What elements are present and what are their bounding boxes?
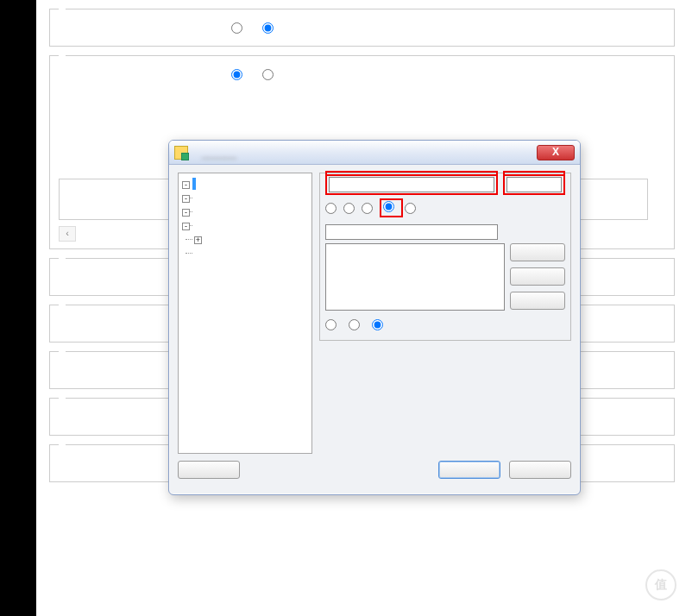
close-button[interactable]: X (537, 145, 575, 160)
save-button[interactable] (510, 267, 565, 286)
exit-never-option[interactable] (349, 319, 362, 333)
sessions-list[interactable] (325, 243, 505, 311)
expand-icon[interactable]: - (182, 209, 190, 217)
snmp-disable-option[interactable] (262, 22, 278, 34)
host-input-highlight (325, 174, 498, 195)
tree-session[interactable] (192, 178, 196, 190)
load-button[interactable] (510, 243, 565, 261)
expand-icon[interactable]: + (194, 236, 202, 244)
watermark-icon: 值 (645, 569, 676, 600)
scroll-left-button[interactable]: ‹ (59, 226, 76, 242)
sshd-disable-option[interactable] (262, 69, 278, 80)
putty-title-extra: ______ (202, 147, 236, 159)
exit-always-option[interactable] (325, 319, 338, 333)
putty-config-dialog: ______ X - - - (168, 140, 581, 495)
putty-icon (174, 146, 188, 160)
expand-icon[interactable]: - (182, 195, 190, 203)
conn-serial-option[interactable] (405, 203, 418, 214)
expand-icon[interactable]: - (182, 223, 190, 230)
expand-icon[interactable]: - (182, 181, 190, 189)
snmp-enable-option[interactable] (231, 22, 247, 34)
category-tree[interactable]: - - - (178, 173, 312, 454)
snmp-section (49, 9, 675, 47)
host-input[interactable] (329, 177, 494, 192)
putty-titlebar[interactable]: ______ X (169, 141, 580, 165)
conn-rlogin-option[interactable] (362, 203, 374, 214)
session-panel (319, 173, 571, 454)
conn-ssh-option[interactable] (383, 201, 396, 212)
conn-raw-option[interactable] (325, 203, 338, 214)
session-name-input[interactable] (325, 224, 498, 240)
open-button[interactable] (438, 461, 500, 479)
left-margin (0, 0, 36, 616)
conn-telnet-option[interactable] (343, 203, 356, 214)
watermark: 值 (645, 569, 682, 600)
delete-button[interactable] (510, 292, 565, 310)
port-input[interactable] (506, 177, 562, 192)
about-button[interactable] (178, 461, 240, 479)
cancel-button[interactable] (509, 461, 571, 479)
conn-ssh-highlight (380, 198, 403, 217)
port-input-highlight (503, 174, 565, 195)
exit-clean-option[interactable] (372, 319, 385, 333)
sshd-enable-option[interactable] (231, 69, 247, 80)
